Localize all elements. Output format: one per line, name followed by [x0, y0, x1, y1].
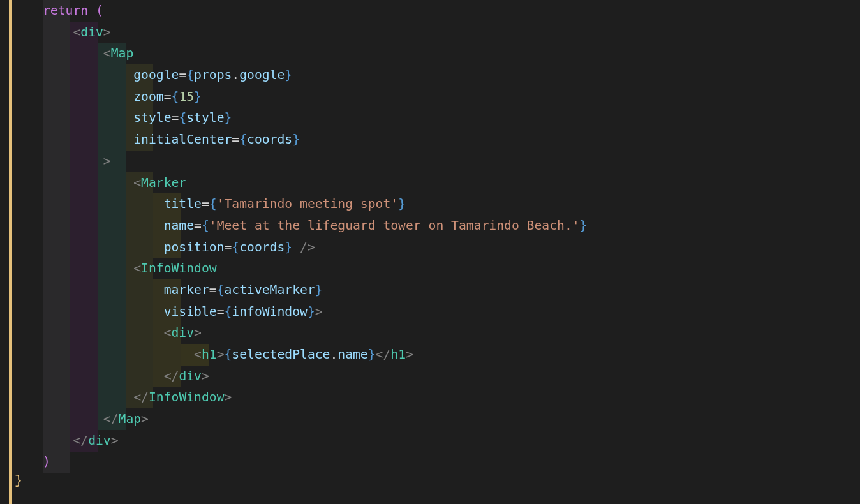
keyword-return: return: [43, 3, 88, 18]
open-paren: (: [96, 3, 103, 18]
angle-close-tag: </: [133, 390, 149, 404]
jsx-attr: name: [164, 218, 194, 233]
jsx-attr: position: [164, 240, 225, 255]
code-line[interactable]: </div>: [43, 433, 119, 448]
angle-open: <: [133, 261, 141, 276]
jsx-attr: style: [133, 110, 171, 125]
self-close: />: [292, 240, 315, 255]
code-line[interactable]: initialCenter={coords}: [43, 132, 300, 147]
jsx-attr: title: [164, 196, 202, 211]
code-line[interactable]: <Map: [43, 46, 133, 61]
close-brace: }: [15, 474, 22, 488]
jsx-tag-div: div: [80, 25, 103, 40]
code-line[interactable]: <Marker: [43, 175, 186, 190]
code-line[interactable]: </Map>: [43, 411, 149, 426]
code-line[interactable]: visible={infoWindow}>: [43, 304, 323, 319]
scrollbar-thumb[interactable]: [0, 0, 9, 504]
jsx-attr: google: [133, 68, 179, 82]
code-lines[interactable]: return ( <div> <Map google={props.google…: [12, 0, 855, 473]
jsx-tag-marker: Marker: [141, 175, 186, 190]
code-text-layer[interactable]: return ( <div> <Map google={props.google…: [12, 0, 855, 493]
vertical-scrollbar[interactable]: [0, 0, 9, 504]
code-line[interactable]: position={coords} />: [43, 240, 315, 255]
jsx-attr: visible: [164, 304, 217, 319]
jsx-tag-div-close: div: [179, 369, 202, 383]
jsx-tag-h1: h1: [202, 347, 217, 362]
string-literal: 'Tamarindo meeting spot': [217, 196, 398, 211]
code-line[interactable]: >: [43, 154, 111, 168]
jsx-attr: zoom: [133, 89, 163, 104]
angle-open: <: [103, 46, 111, 61]
code-line[interactable]: google={props.google}: [43, 68, 292, 82]
jsx-attr: marker: [164, 283, 209, 297]
jsx-attr: initialCenter: [133, 132, 232, 147]
code-line[interactable]: zoom={15}: [43, 89, 202, 104]
jsx-tag-infowindow-close: InfoWindow: [149, 390, 225, 404]
code-line[interactable]: </InfoWindow>: [43, 390, 232, 404]
jsx-tag-map-close: Map: [119, 411, 142, 426]
code-line[interactable]: <div>: [43, 25, 111, 40]
jsx-tag-div-outer-close: div: [88, 433, 111, 448]
angle-close-tag: </: [164, 369, 179, 383]
code-content-area[interactable]: return ( <div> <Map google={props.google…: [12, 0, 860, 504]
angle-open: <: [73, 25, 80, 40]
jsx-tag-map: Map: [111, 46, 134, 61]
angle-close-tag: </: [73, 433, 88, 448]
code-line[interactable]: <h1>{selectedPlace.name}</h1>: [43, 347, 413, 362]
angle-open: <: [164, 325, 172, 340]
angle-open: <: [133, 175, 141, 190]
angle-open: <: [194, 347, 202, 362]
angle-close: >: [103, 25, 111, 40]
code-line[interactable]: marker={activeMarker}: [43, 283, 323, 297]
code-line[interactable]: <div>: [43, 325, 202, 340]
angle-close-tag: </: [103, 411, 119, 426]
string-literal: 'Meet at the lifeguard tower on Tamarind…: [209, 218, 580, 233]
angle-close: >: [103, 154, 111, 168]
code-line[interactable]: <InfoWindow: [43, 261, 217, 276]
code-line[interactable]: style={style}: [43, 110, 232, 125]
jsx-tag-div-inner: div: [172, 325, 195, 340]
number-literal: 15: [179, 89, 194, 104]
code-line[interactable]: return (: [43, 3, 103, 18]
close-paren: ): [43, 454, 50, 469]
angle-close: >: [194, 325, 202, 340]
jsx-tag-infowindow: InfoWindow: [141, 261, 217, 276]
code-editor[interactable]: return ( <div> <Map google={props.google…: [0, 0, 860, 504]
code-line[interactable]: name={'Meet at the lifeguard tower on Ta…: [43, 218, 587, 233]
code-line[interactable]: title={'Tamarindo meeting spot'}: [43, 196, 406, 211]
angle-close: >: [315, 304, 323, 319]
code-line[interactable]: </div>: [43, 369, 209, 383]
code-line[interactable]: ): [43, 454, 50, 469]
